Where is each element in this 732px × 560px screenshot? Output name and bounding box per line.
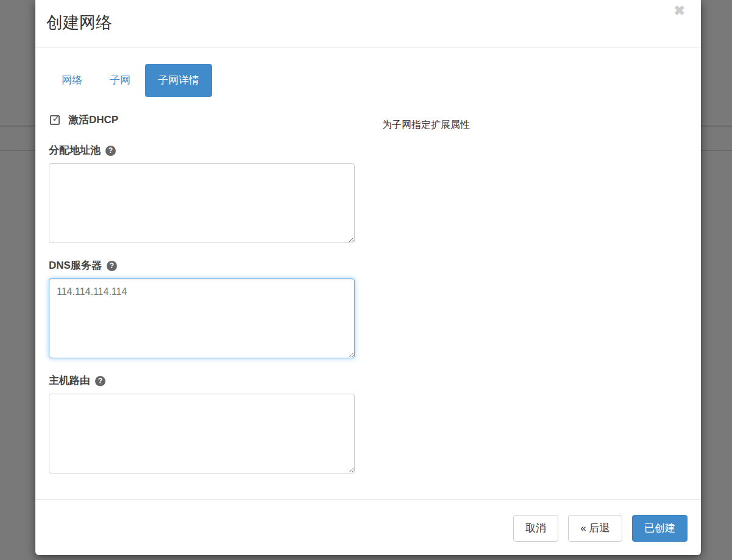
create-network-modal: 创建网络 ✖ 网络 子网 子网详情 ✓ 激活DHCP 分配地址池 ? xyxy=(35,0,701,555)
checkmark-icon: ✓ xyxy=(52,112,60,125)
allocation-pools-label-text: 分配地址池 xyxy=(49,144,101,157)
wizard-tabs: 网络 子网 子网详情 xyxy=(49,64,688,97)
page: { "modal": { "title": "创建网络", "close_gly… xyxy=(0,0,732,560)
dhcp-checkbox-label[interactable]: 激活DHCP xyxy=(68,113,118,127)
host-routes-label: 主机路由 ? xyxy=(49,375,355,387)
modal-header: 创建网络 ✖ xyxy=(35,0,701,48)
modal-footer: 取消 « 后退 已创建 xyxy=(35,499,701,555)
dhcp-checkbox[interactable]: ✓ xyxy=(50,115,60,125)
host-routes-label-text: 主机路由 xyxy=(49,375,90,387)
tab-subnet[interactable]: 子网 xyxy=(97,64,143,97)
allocation-pools-textarea[interactable] xyxy=(49,163,355,243)
question-circle-icon[interactable]: ? xyxy=(95,376,105,386)
form-columns: ✓ 激活DHCP 分配地址池 ? DNS服务器 ? 11 xyxy=(49,113,688,490)
allocation-pools-label: 分配地址池 ? xyxy=(49,144,355,157)
host-routes-field: 主机路由 ? xyxy=(49,375,355,473)
submit-button[interactable]: 已创建 xyxy=(632,515,688,542)
dns-servers-label: DNS服务器 ? xyxy=(49,260,355,272)
form-fields-column: ✓ 激活DHCP 分配地址池 ? DNS服务器 ? 11 xyxy=(49,113,355,490)
dns-servers-label-text: DNS服务器 xyxy=(49,260,102,272)
modal-body: 网络 子网 子网详情 ✓ 激活DHCP 分配地址池 ? xyxy=(35,48,701,499)
back-button[interactable]: « 后退 xyxy=(568,515,622,542)
question-circle-icon[interactable]: ? xyxy=(107,261,117,271)
tab-subnet-details[interactable]: 子网详情 xyxy=(145,64,212,97)
dns-servers-textarea[interactable]: 114.114.114.114 xyxy=(49,278,355,358)
close-icon[interactable]: ✖ xyxy=(670,4,689,18)
cancel-button[interactable]: 取消 xyxy=(513,515,558,542)
dns-servers-field: DNS服务器 ? 114.114.114.114 xyxy=(49,260,355,358)
tab-network[interactable]: 网络 xyxy=(49,64,95,97)
help-column: 为子网指定扩展属性 xyxy=(382,113,688,490)
allocation-pools-field: 分配地址池 ? xyxy=(49,144,355,243)
form-description: 为子网指定扩展属性 xyxy=(382,119,688,132)
host-routes-textarea[interactable] xyxy=(49,394,355,473)
question-circle-icon[interactable]: ? xyxy=(105,146,116,156)
enable-dhcp-row[interactable]: ✓ 激活DHCP xyxy=(50,113,355,127)
modal-title: 创建网络 xyxy=(46,11,690,34)
